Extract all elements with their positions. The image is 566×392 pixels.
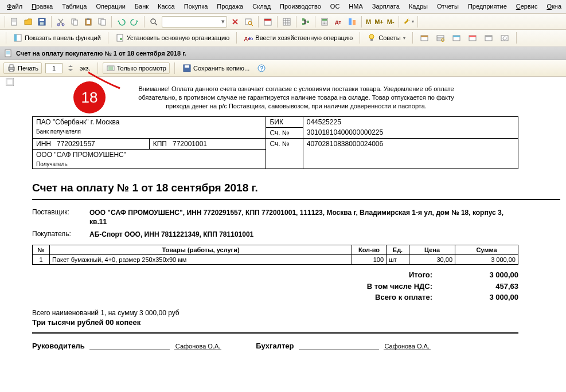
enter-op-button[interactable]: ДтКт Ввести хозяйственную операцию <box>241 32 355 44</box>
svg-rect-12 <box>101 19 106 25</box>
calc-icon[interactable] <box>318 15 331 28</box>
svg-point-24 <box>323 21 324 22</box>
divider <box>32 332 518 334</box>
undo-icon[interactable] <box>115 15 127 28</box>
kt-icon[interactable]: Дт <box>332 15 345 28</box>
search-combo[interactable]: ▾ <box>162 16 227 28</box>
menu-hr[interactable]: Кадры <box>405 2 431 11</box>
supplier-value: ООО "САФ ПРОМОУШЕНС", ИНН 7720291557, КП… <box>89 208 514 226</box>
show-panel-button[interactable]: Показать панель функций <box>11 32 103 44</box>
copy-icon[interactable] <box>68 15 81 28</box>
tree-icon[interactable] <box>299 15 312 28</box>
search-icon[interactable] <box>147 15 160 28</box>
svg-rect-9 <box>87 20 90 24</box>
printer-icon <box>7 64 16 73</box>
buyer-value: АБ-Спорт ООО, ИНН 7811221349, КПП 781101… <box>89 230 253 239</box>
svg-text:Кт: Кт <box>249 36 253 41</box>
svg-point-29 <box>326 23 327 24</box>
svg-rect-42 <box>421 36 428 37</box>
svg-rect-56 <box>10 69 13 72</box>
supplier-row: Поставщик: ООО "САФ ПРОМОУШЕНС", ИНН 772… <box>32 208 560 226</box>
set-org-button[interactable]: Установить основную организацию <box>113 32 232 44</box>
tips-button[interactable]: Советы ▾ <box>365 32 407 44</box>
kpp-value: 772001001 <box>173 140 207 148</box>
svg-rect-50 <box>485 36 492 37</box>
search-input[interactable] <box>162 17 220 26</box>
tool-a-icon[interactable] <box>418 32 431 44</box>
mminus-btn[interactable]: M- <box>386 17 396 26</box>
svg-rect-20 <box>302 23 305 25</box>
svg-rect-21 <box>307 21 309 23</box>
svg-rect-55 <box>10 65 13 68</box>
svg-point-36 <box>120 38 122 40</box>
menu-reports[interactable]: Отчеты <box>434 2 462 11</box>
ruler-marker-icon <box>6 78 14 86</box>
svg-rect-23 <box>322 19 327 21</box>
main-menu: Файл Правка Таблица Операции Банк Касса … <box>0 0 566 14</box>
open-icon[interactable] <box>22 15 34 28</box>
svg-point-26 <box>326 21 327 22</box>
ab-icon[interactable] <box>346 15 358 28</box>
cut-icon[interactable] <box>54 15 67 28</box>
copies-input[interactable] <box>45 63 63 73</box>
menu-edit[interactable]: Правка <box>28 2 56 11</box>
svg-rect-19 <box>302 18 305 21</box>
tool-f-icon[interactable] <box>498 32 511 44</box>
date-icon[interactable] <box>261 15 274 28</box>
acc-sign-line <box>299 350 379 350</box>
tool-e-icon[interactable] <box>482 32 495 44</box>
bank-name: ПАО "Сбербанк" г. Москва <box>36 118 262 126</box>
redo-icon[interactable] <box>128 15 141 28</box>
menu-bank[interactable]: Банк <box>131 2 152 11</box>
secondary-toolbar: Показать панель функций Установить основ… <box>0 30 566 46</box>
menu-windows[interactable]: Окна <box>543 2 565 11</box>
doc-icon[interactable] <box>96 15 108 28</box>
chevron-down-icon[interactable]: ▾ <box>220 18 227 25</box>
wrench-icon[interactable]: ▾ <box>402 15 415 28</box>
find-icon[interactable] <box>243 15 255 28</box>
menu-purchase[interactable]: Покупка <box>181 2 212 11</box>
m-btn[interactable]: M <box>365 17 372 26</box>
menu-ops[interactable]: Операции <box>92 2 128 11</box>
enter-op-label: Ввести хозяйственную операцию <box>255 34 353 41</box>
svg-rect-35 <box>117 34 123 41</box>
menu-nma[interactable]: НМА <box>345 2 366 11</box>
paste-icon[interactable] <box>82 15 95 28</box>
mplus-btn[interactable]: M+ <box>373 17 385 26</box>
svg-rect-48 <box>469 36 476 37</box>
svg-rect-3 <box>40 22 44 25</box>
menu-salary[interactable]: Зарплата <box>369 2 403 11</box>
menu-stock[interactable]: Склад <box>249 2 274 11</box>
doc-type-icon <box>3 49 13 58</box>
clear-icon[interactable] <box>229 15 241 28</box>
menu-sale[interactable]: Продажа <box>213 2 247 11</box>
menu-company[interactable]: Предприятие <box>464 2 510 11</box>
menu-prod[interactable]: Производство <box>276 2 325 11</box>
new-doc-icon[interactable] <box>8 15 21 28</box>
help-icon[interactable]: ? <box>255 62 268 75</box>
svg-point-39 <box>369 34 374 39</box>
stepper-icon[interactable] <box>66 64 75 73</box>
table-row: 1 Пакет бумажный, 4+0, размер 250x350x90… <box>33 255 518 265</box>
svg-point-27 <box>323 23 324 24</box>
save-copy-button[interactable]: Сохранить копию... <box>179 63 252 73</box>
tool-b-icon[interactable] <box>434 32 447 44</box>
menu-service[interactable]: Сервис <box>513 2 541 11</box>
print-button[interactable]: Печать <box>3 62 42 74</box>
head-sign-line <box>89 350 170 350</box>
show-panel-label: Показать панель функций <box>25 34 101 41</box>
menu-file[interactable]: Файл <box>3 2 26 11</box>
menu-table[interactable]: Таблица <box>58 2 90 11</box>
save-icon[interactable] <box>36 15 48 28</box>
totals-block: Итого:3 000,00 В том числе НДС:457,63 Вс… <box>32 269 518 303</box>
menu-os[interactable]: ОС <box>327 2 343 11</box>
diskette-icon <box>182 64 192 73</box>
divider <box>32 199 560 200</box>
tool-d-icon[interactable] <box>466 32 479 44</box>
grid-icon[interactable] <box>280 15 293 28</box>
svg-rect-40 <box>370 39 373 41</box>
tool-c-icon[interactable] <box>450 32 463 44</box>
svg-rect-34 <box>14 34 17 41</box>
doc-title-text: Счет на оплату покупателю № 1 от 18 сент… <box>16 50 186 57</box>
menu-cash[interactable]: Касса <box>154 2 178 11</box>
